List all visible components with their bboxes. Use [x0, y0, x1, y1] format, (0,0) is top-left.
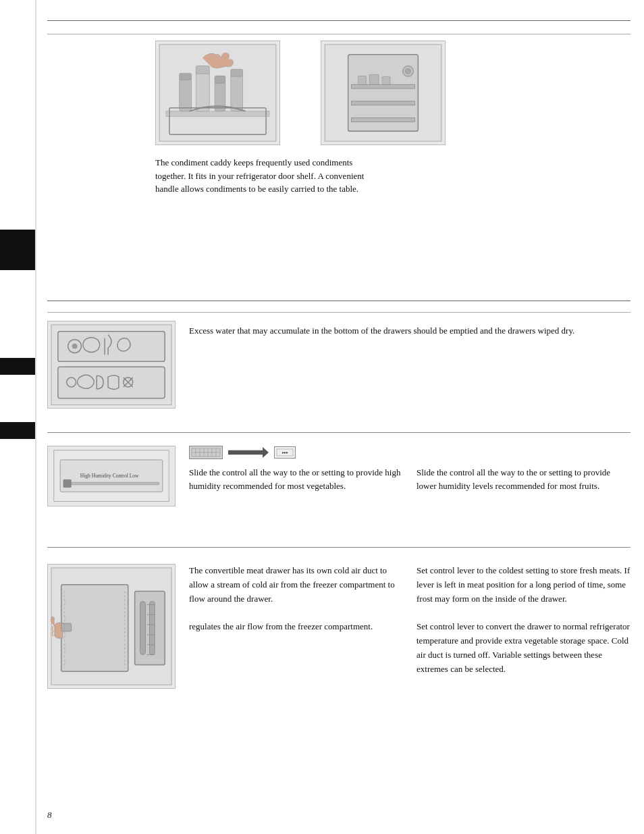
- sidebar-accent-3: [0, 422, 35, 439]
- crisper-inner: Excess water that may accumulate in the …: [47, 321, 630, 409]
- high-setting-icon: [189, 446, 223, 459]
- svg-point-17: [406, 68, 411, 74]
- svg-point-25: [72, 343, 78, 348]
- condiment-caddy-image: [155, 41, 280, 145]
- meat-drawer-inner: The convertible meat drawer has its own …: [47, 564, 630, 689]
- svg-rect-13: [352, 84, 415, 88]
- top-rule-2: [47, 34, 630, 34]
- section-crisper: Excess water that may accumulate in the …: [47, 321, 630, 409]
- meat-drawer-left-text: The convertible meat drawer has its own …: [189, 564, 403, 676]
- meat-drawer-content: The convertible meat drawer has its own …: [189, 564, 630, 676]
- door-shelf-image: [321, 41, 446, 145]
- section-humidity: High Humidity Control Low: [47, 446, 630, 506]
- svg-rect-2: [180, 78, 192, 111]
- svg-rect-3: [180, 73, 192, 80]
- condiment-images: [47, 41, 630, 145]
- sidebar-accent-2: [0, 358, 35, 375]
- humidity-inner: High Humidity Control Low: [47, 446, 630, 506]
- condiment-text: The condiment caddy keeps frequently use…: [47, 156, 371, 196]
- svg-rect-19: [369, 74, 379, 84]
- meat-drawer-image: [47, 564, 176, 689]
- crisper-image: [47, 321, 176, 409]
- low-setting-box: ▸▸▸: [274, 446, 296, 459]
- svg-rect-48: [140, 601, 146, 654]
- svg-rect-7: [215, 76, 225, 83]
- svg-rect-20: [382, 76, 390, 84]
- humidity-control-image: High Humidity Control Low: [47, 446, 176, 506]
- svg-rect-8: [231, 74, 243, 111]
- humidity-left-text: Slide the control all the way to the or …: [189, 466, 403, 492]
- page: The condiment caddy keeps frequently use…: [0, 0, 644, 834]
- svg-rect-34: [63, 480, 71, 488]
- humidity-content: ▸▸▸ Slide the control all the way to the…: [189, 446, 630, 492]
- sidebar: [0, 0, 35, 834]
- section-meat-drawer: The convertible meat drawer has its own …: [47, 564, 630, 689]
- divider-1: [47, 301, 630, 301]
- svg-rect-56: [61, 623, 72, 631]
- divider-4: [47, 547, 630, 548]
- top-rule-1: [47, 20, 630, 21]
- content-area: The condiment caddy keeps frequently use…: [47, 0, 644, 834]
- divider-3: [47, 432, 630, 433]
- svg-rect-49: [149, 601, 155, 654]
- svg-rect-15: [352, 118, 415, 122]
- svg-rect-5: [196, 66, 209, 74]
- svg-rect-18: [358, 76, 366, 84]
- humidity-right-text: Slide the control all the way to the or …: [417, 466, 630, 492]
- svg-rect-33: [63, 482, 159, 485]
- svg-rect-26: [58, 367, 165, 398]
- svg-rect-9: [231, 69, 243, 76]
- sidebar-accent-1: [0, 230, 35, 270]
- svg-text:▸▸▸: ▸▸▸: [282, 450, 288, 454]
- divider-2: [47, 312, 630, 313]
- margin-line: [35, 0, 36, 834]
- humidity-texts: Slide the control all the way to the or …: [189, 466, 630, 492]
- section-condiment: The condiment caddy keeps frequently use…: [47, 41, 630, 196]
- slider-arrow-icon: [228, 447, 269, 458]
- svg-rect-14: [352, 101, 415, 105]
- crisper-text: Excess water that may accumulate in the …: [189, 321, 630, 338]
- svg-rect-1: [166, 111, 269, 117]
- humidity-controls-row: ▸▸▸: [189, 446, 630, 459]
- svg-rect-4: [196, 71, 209, 111]
- page-number: 8: [47, 810, 52, 820]
- meat-drawer-right-text: Set control lever to the coldest setting…: [417, 564, 630, 676]
- svg-text:High  Humidity Control  Low: High Humidity Control Low: [80, 473, 139, 479]
